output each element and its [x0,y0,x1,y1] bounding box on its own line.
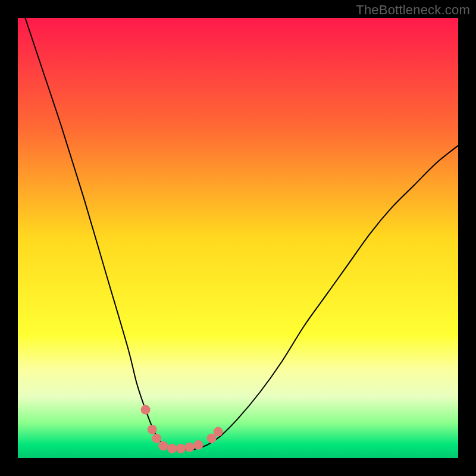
watermark-text: TheBottleneck.com [356,2,470,18]
marker-point [141,405,151,415]
plot-area [18,18,458,458]
marker-point [148,425,157,434]
marker-point [214,427,223,437]
marker-point [176,444,186,453]
marker-point [152,434,161,443]
marker-point [158,441,168,450]
marker-point [193,440,203,450]
marker-point [167,444,177,453]
chart-frame: TheBottleneck.com [0,0,476,476]
gradient-background [18,18,458,458]
marker-point [185,443,195,452]
bottleneck-chart [18,18,458,458]
